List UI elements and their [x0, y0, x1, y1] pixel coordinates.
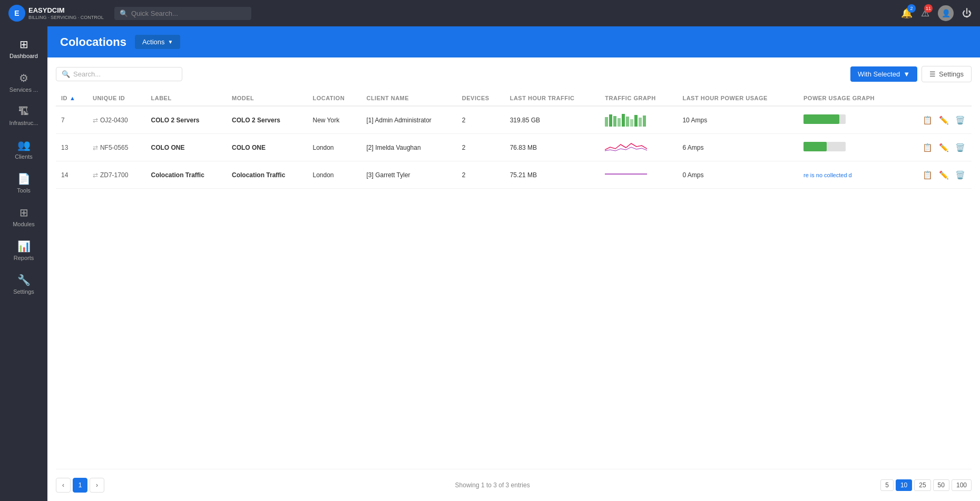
- table-body: 7 ⇄ OJ2-0430 COLO 2 Servers COLO 2 Serve…: [56, 106, 972, 189]
- page-size-100-button[interactable]: 100: [952, 479, 972, 491]
- prev-page-button[interactable]: ‹: [56, 478, 71, 493]
- sidebar-item-label: Modules: [13, 221, 35, 227]
- svg-rect-1: [609, 114, 612, 127]
- svg-rect-7: [634, 115, 638, 127]
- top-navigation: E EASYDCIM BILLING · SERVICING · CONTROL…: [0, 0, 980, 26]
- page-title: Colocations: [60, 35, 126, 49]
- with-selected-button[interactable]: With Selected ▼: [850, 66, 917, 82]
- cell-client-name: [3] Garrett Tyler: [361, 161, 456, 189]
- cell-location: London: [307, 134, 361, 161]
- notifications-badge: 2: [907, 4, 916, 13]
- cell-id: 14: [56, 161, 87, 189]
- sidebar-item-infrastructure[interactable]: 🏗 Infrastruc...: [0, 99, 47, 132]
- cell-row-actions: 📋 ✏️ 🗑️: [901, 161, 972, 189]
- svg-rect-2: [613, 116, 616, 127]
- user-avatar[interactable]: 👤: [938, 5, 954, 21]
- power-graph: [803, 142, 846, 151]
- edit-button[interactable]: ✏️: [938, 169, 950, 181]
- top-search-input[interactable]: [131, 9, 237, 17]
- settings-icon: 🔧: [17, 274, 31, 286]
- sidebar-item-label: Tools: [17, 187, 31, 194]
- table-row: 13 ⇄ NF5-0565 COLO ONE COLO ONE London […: [56, 134, 972, 161]
- page-1-button[interactable]: 1: [73, 478, 87, 493]
- search-icon: 🔍: [120, 9, 128, 17]
- table-toolbar: 🔍 With Selected ▼ ☰ Settings: [56, 66, 972, 82]
- cell-unique-id: ⇄ NF5-0565: [87, 134, 146, 161]
- showing-text: Showing 1 to 3 of 3 entries: [455, 481, 530, 489]
- nav-right: 🔔 2 ⚠ 11 👤 ⏻: [901, 5, 972, 21]
- sidebar-item-clients[interactable]: 👥 Clients: [0, 132, 47, 166]
- edit-button[interactable]: ✏️: [938, 114, 950, 126]
- table-row: 14 ⇄ ZD7-1700 Colocation Traffic Colocat…: [56, 161, 972, 189]
- content-area: 🔍 With Selected ▼ ☰ Settings: [47, 57, 980, 501]
- svg-rect-9: [643, 115, 646, 127]
- delete-button[interactable]: 🗑️: [954, 169, 966, 181]
- sidebar-item-modules[interactable]: ⊞ Modules: [0, 200, 47, 234]
- col-label: LABEL: [145, 91, 227, 106]
- page-size-10-button[interactable]: 10: [896, 479, 912, 491]
- sidebar-item-label: Reports: [14, 255, 34, 261]
- notifications-btn[interactable]: 🔔 2: [901, 7, 913, 19]
- sidebar-item-tools[interactable]: 📄 Tools: [0, 166, 47, 200]
- next-page-button[interactable]: ›: [90, 478, 104, 493]
- cell-label: Colocation Traffic: [145, 161, 227, 189]
- services-icon: ⚙: [19, 72, 28, 84]
- no-data-text: re is no collected d: [803, 172, 852, 178]
- caret-down-icon: ▼: [903, 70, 910, 78]
- link-icon: ⇄: [93, 117, 98, 124]
- dashboard-icon: ⊞: [19, 38, 28, 51]
- toolbar-right: With Selected ▼ ☰ Settings: [850, 66, 972, 82]
- cell-devices: 2: [457, 161, 505, 189]
- copy-button[interactable]: 📋: [922, 114, 934, 126]
- traffic-graph-svg: [605, 139, 647, 154]
- sidebar-item-label: Infrastruc...: [9, 120, 38, 126]
- actions-label: Actions: [142, 38, 165, 46]
- page-size-25-button[interactable]: 25: [914, 479, 930, 491]
- cell-id: 7: [56, 106, 87, 134]
- caret-down-icon: ▼: [168, 39, 173, 45]
- cell-location: London: [307, 161, 361, 189]
- sidebar-item-services[interactable]: ⚙ Services ...: [0, 65, 47, 99]
- copy-button[interactable]: 📋: [922, 142, 934, 153]
- cell-unique-id: ⇄ OJ2-0430: [87, 106, 146, 134]
- power-btn[interactable]: ⏻: [962, 8, 972, 19]
- col-actions: [901, 91, 972, 106]
- table-search-input[interactable]: [73, 70, 168, 78]
- delete-button[interactable]: 🗑️: [954, 142, 966, 153]
- delete-button[interactable]: 🗑️: [954, 114, 966, 126]
- col-power-graph: POWER USAGE GRAPH: [798, 91, 901, 106]
- col-model: MODEL: [227, 91, 308, 106]
- page-size-5-button[interactable]: 5: [880, 479, 894, 491]
- sidebar-item-settings[interactable]: 🔧 Settings: [0, 267, 47, 301]
- sidebar-item-label: Dashboard: [9, 53, 38, 59]
- sidebar-item-reports[interactable]: 📊 Reports: [0, 234, 47, 267]
- cell-last-hour-traffic: 319.85 GB: [505, 106, 600, 134]
- svg-rect-4: [622, 114, 625, 127]
- cell-row-actions: 📋 ✏️ 🗑️: [901, 134, 972, 161]
- copy-button[interactable]: 📋: [922, 169, 934, 181]
- svg-rect-5: [626, 117, 629, 127]
- actions-button[interactable]: Actions ▼: [135, 35, 181, 49]
- sidebar-item-dashboard[interactable]: ⊞ Dashboard: [0, 32, 47, 65]
- traffic-graph-svg: [605, 112, 647, 127]
- sidebar-item-label: Clients: [15, 153, 33, 160]
- reports-icon: 📊: [17, 240, 31, 253]
- alerts-btn[interactable]: ⚠ 11: [921, 7, 929, 19]
- cell-devices: 2: [457, 134, 505, 161]
- cell-label: COLO 2 Servers: [145, 106, 227, 134]
- cell-label: COLO ONE: [145, 134, 227, 161]
- top-search-bar[interactable]: 🔍: [114, 7, 251, 20]
- edit-button[interactable]: ✏️: [938, 142, 950, 153]
- alerts-badge: 11: [924, 4, 933, 13]
- clients-icon: 👥: [17, 139, 31, 151]
- cell-traffic-graph: [600, 134, 677, 161]
- settings-button[interactable]: ☰ Settings: [922, 66, 972, 82]
- pagination: ‹ 1 ›: [56, 478, 104, 493]
- tools-icon: 📄: [17, 172, 31, 185]
- with-selected-label: With Selected: [858, 70, 900, 78]
- power-graph: [803, 114, 846, 124]
- cell-traffic-graph: [600, 106, 677, 134]
- page-size-50-button[interactable]: 50: [933, 479, 949, 491]
- svg-rect-0: [605, 117, 608, 127]
- table-search-wrap[interactable]: 🔍: [56, 67, 182, 81]
